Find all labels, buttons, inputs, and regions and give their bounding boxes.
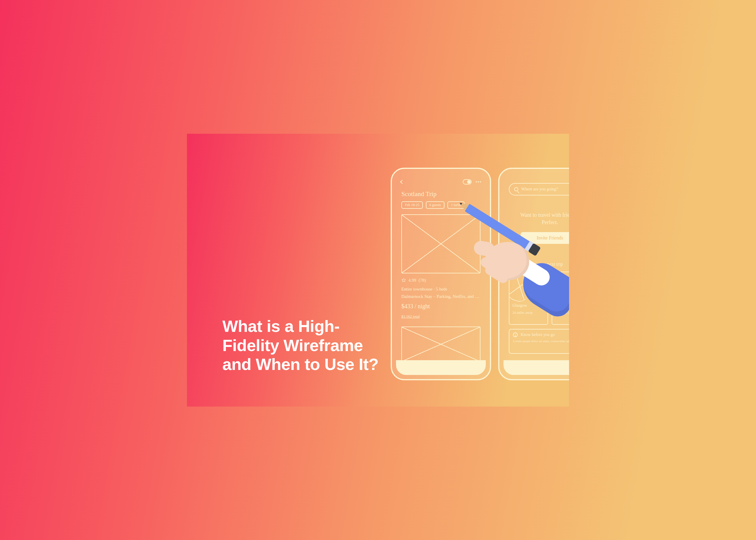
invite-friends-button: Invite Friends	[521, 232, 569, 244]
listing-name-line: Dalmarnock Stay – Parking, Netflix, and …	[401, 294, 481, 299]
listing-type-line: Entire townhouse · 5 beds	[401, 287, 447, 292]
know-before-body: Lorem ipsum dolor sit amet, consectetur …	[513, 339, 569, 343]
hero-graphic: What is a High-Fidelity Wireframe and Wh…	[0, 0, 756, 540]
travel-line-2: Perfect.	[509, 219, 569, 226]
inspiration-heading: Inspiration for your next trip	[509, 262, 563, 267]
more-icon	[476, 181, 481, 183]
chip-dates: Feb 18-25	[401, 202, 423, 209]
travel-line-1: Want to travel with friends?	[509, 211, 569, 219]
image-placeholder-icon	[509, 272, 534, 304]
article-title: What is a High-Fidelity Wireframe and Wh…	[223, 317, 388, 374]
chip-guests: 6 guests	[426, 202, 444, 209]
listing-total: $3,162 total	[401, 314, 420, 319]
image-placeholder-icon	[401, 327, 481, 362]
travel-cta-copy: Want to travel with friends? Perfect.	[509, 211, 569, 226]
back-icon	[400, 180, 404, 184]
image-placeholder-icon	[401, 214, 481, 273]
listing-price: $433 / night	[401, 303, 430, 310]
destination-distance: 36 miles away	[555, 311, 569, 315]
destination-card: Edinburgh 36 miles away	[552, 272, 569, 325]
star-icon	[401, 278, 406, 283]
info-icon	[513, 333, 518, 337]
toggle-icon	[463, 179, 472, 185]
search-field: Where are you going?	[509, 183, 569, 196]
destination-city: Glasgow	[512, 303, 527, 308]
know-before-title: Know before you go	[521, 333, 554, 337]
destination-card: Glasgow 24 miles away	[509, 272, 548, 325]
destination-city: Edinburgh	[555, 303, 569, 308]
search-icon	[514, 187, 518, 191]
wireframe-phone-trip: Scotland Trip Feb 18-25 6 guests 1 turtl…	[391, 168, 491, 380]
destination-distance: 24 miles away	[512, 311, 533, 315]
know-before-card: Know before you go Lorem ipsum dolor sit…	[509, 329, 569, 354]
search-placeholder: Where are you going?	[521, 187, 558, 192]
chip-pets: 1 turtle	[447, 202, 465, 209]
rating-count: (78)	[418, 278, 426, 283]
rating-value: 4.99	[408, 278, 416, 283]
wireframe-phone-explore: Where are you going? Want to travel with…	[498, 168, 569, 380]
image-placeholder-icon	[552, 272, 569, 304]
trip-title: Scotland Trip	[401, 190, 436, 198]
rating-row: 4.99 (78)	[401, 278, 426, 283]
